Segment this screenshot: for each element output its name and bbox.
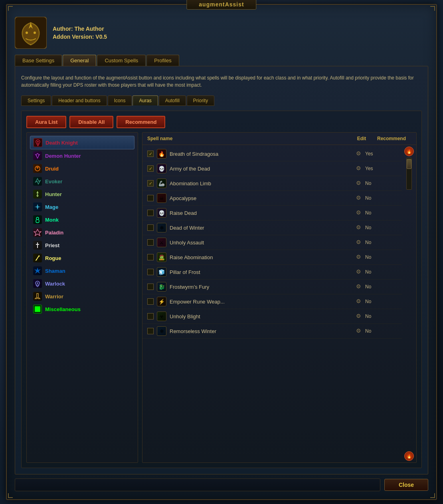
- gear-icon-abomination-limb[interactable]: ⚙: [355, 180, 362, 187]
- spell-checkbox-breath[interactable]: [147, 151, 154, 157]
- spell-icon-unholy-assault: ⚔: [157, 238, 166, 247]
- gear-icon-apocalypse[interactable]: ⚙: [355, 194, 362, 202]
- class-item-demon-hunter[interactable]: Demon Hunter: [30, 149, 134, 162]
- scroll-top-button[interactable]: 🔥: [404, 147, 414, 156]
- spell-name-remorseless-winter: Remorseless Winter: [170, 328, 352, 334]
- spell-checkbox-dead-of-winter[interactable]: [147, 224, 154, 231]
- spell-name-frostwyrms-fury: Frostwyrm's Fury: [170, 284, 352, 290]
- class-item-paladin[interactable]: Paladin: [30, 226, 134, 239]
- gear-icon-frostwyrms-fury[interactable]: ⚙: [355, 283, 362, 290]
- spell-list-header: Spell name Edit Recommend: [142, 133, 416, 145]
- bottom-input[interactable]: [15, 478, 380, 491]
- gear-icon-army[interactable]: ⚙: [355, 165, 362, 172]
- recommend-button[interactable]: Recommend: [117, 116, 165, 128]
- class-item-miscellaneous[interactable]: Miscellaneous: [30, 303, 134, 315]
- two-panel: Death Knight Demon Hunter: [26, 132, 417, 463]
- svg-point-4: [37, 141, 39, 143]
- spell-checkbox-pillar-of-frost[interactable]: [147, 269, 154, 275]
- class-item-shaman[interactable]: Shaman: [30, 264, 134, 277]
- gear-icon-breath[interactable]: ⚙: [355, 150, 362, 157]
- gear-icon-empower-rune[interactable]: ⚙: [355, 298, 362, 305]
- gear-icon-pillar-of-frost[interactable]: ⚙: [355, 268, 362, 276]
- class-list-panel: Death Knight Demon Hunter: [26, 132, 138, 463]
- spell-row: ☠ Apocalypse ⚙ No: [142, 191, 402, 206]
- tab-autofill[interactable]: Autofill: [159, 95, 186, 106]
- paladin-label: Paladin: [45, 230, 63, 236]
- spell-name-raise-dead: Raise Dead: [170, 210, 352, 216]
- spell-checkbox-army[interactable]: [147, 165, 154, 172]
- spell-name-abomination-limb: Abomination Limb: [170, 181, 352, 187]
- spell-checkbox-remorseless-winter[interactable]: [147, 328, 154, 334]
- spell-icon-raise-abomination: 🧟: [157, 252, 166, 262]
- class-item-rogue[interactable]: Rogue: [30, 252, 134, 264]
- tab-auras[interactable]: Auras: [133, 95, 158, 106]
- recommend-val-remorseless-winter: No: [365, 328, 397, 334]
- recommend-val-pillar-of-frost: No: [365, 269, 397, 275]
- tab-header-buttons[interactable]: Header and buttons: [52, 95, 107, 106]
- spell-list-body: 🔥 Breath of Sindragosa ⚙ Yes 💀 Army o: [142, 145, 402, 462]
- tab-priority[interactable]: Priority: [187, 95, 214, 106]
- recommend-val-dead-of-winter: No: [365, 225, 397, 230]
- spell-checkbox-unholy-assault[interactable]: [147, 239, 154, 246]
- aura-list-button[interactable]: Aura List: [26, 116, 66, 128]
- content-area: Configure the layout and function of the…: [15, 66, 428, 474]
- tab-icons[interactable]: Icons: [108, 95, 132, 106]
- spell-icon-pillar-of-frost: 🧊: [157, 267, 166, 277]
- spell-name-army: Army of the Dead: [170, 166, 352, 172]
- class-item-warrior[interactable]: Warrior: [30, 290, 134, 303]
- recommend-val-breath: Yes: [365, 151, 397, 157]
- gear-icon-remorseless-winter[interactable]: ⚙: [355, 327, 362, 335]
- edit-header: Edit: [352, 136, 372, 141]
- spell-checkbox-empower-rune[interactable]: [147, 298, 154, 305]
- tab-base-settings[interactable]: Base Settings: [15, 55, 62, 66]
- spell-row: ⚔ Unholy Assault ⚙ No: [142, 235, 402, 250]
- app-logo: [15, 17, 47, 49]
- gear-icon-raise-dead[interactable]: ⚙: [355, 209, 362, 216]
- recommend-val-apocalypse: No: [365, 195, 397, 201]
- class-item-death-knight[interactable]: Death Knight: [30, 136, 134, 149]
- tab-profiles[interactable]: Profiles: [146, 55, 179, 66]
- header-section: Author: The Author Addon Version: V0.5: [15, 13, 428, 55]
- gear-icon-raise-abomination[interactable]: ⚙: [355, 254, 362, 261]
- scroll-track[interactable]: [406, 158, 412, 190]
- close-button[interactable]: Close: [384, 479, 428, 491]
- class-item-mage[interactable]: Mage: [30, 200, 134, 213]
- mage-label: Mage: [45, 204, 58, 210]
- spell-checkbox-frostwyrms-fury[interactable]: [147, 284, 154, 290]
- druid-label: Druid: [45, 166, 59, 172]
- class-item-hunter[interactable]: Hunter: [30, 188, 134, 200]
- tab-settings[interactable]: Settings: [21, 95, 51, 106]
- scrollbar-area[interactable]: 🔥 🔥: [402, 145, 416, 462]
- class-item-priest[interactable]: Priest: [30, 239, 134, 252]
- priest-icon: [33, 241, 42, 250]
- spell-icon-breath: 🔥: [157, 149, 166, 159]
- monk-label: Monk: [45, 217, 59, 223]
- demon-hunter-label: Demon Hunter: [45, 153, 81, 159]
- spell-row: 🦾 Abomination Limb ⚙ No: [142, 176, 402, 191]
- gear-icon-unholy-blight[interactable]: ⚙: [355, 313, 362, 320]
- scroll-thumb[interactable]: [407, 159, 411, 169]
- rogue-label: Rogue: [45, 255, 61, 261]
- spell-checkbox-raise-abomination[interactable]: [147, 254, 154, 260]
- spell-name-apocalypse: Apocalypse: [170, 195, 352, 201]
- class-item-monk[interactable]: Monk: [30, 213, 134, 226]
- spell-checkbox-raise-dead[interactable]: [147, 210, 154, 216]
- spell-checkbox-apocalypse[interactable]: [147, 195, 154, 201]
- spell-checkbox-unholy-blight[interactable]: [147, 313, 154, 319]
- class-item-warlock[interactable]: Warlock: [30, 277, 134, 290]
- spell-checkbox-abomination-limb[interactable]: [147, 180, 154, 187]
- description-text: Configure the layout and function of the…: [21, 72, 422, 91]
- scroll-bottom-button[interactable]: 🔥: [404, 451, 414, 461]
- spell-row: 💀 Army of the Dead ⚙ Yes: [142, 161, 402, 176]
- gear-icon-unholy-assault[interactable]: ⚙: [355, 239, 362, 246]
- tab-custom-spells[interactable]: Custom Spells: [97, 55, 146, 66]
- disable-all-button[interactable]: Disable All: [69, 116, 113, 128]
- class-item-druid[interactable]: Druid: [30, 162, 134, 175]
- tab-general[interactable]: General: [63, 55, 96, 66]
- priest-label: Priest: [45, 242, 59, 248]
- sub-tabs: Settings Header and buttons Icons Auras …: [21, 95, 422, 106]
- gear-icon-dead-of-winter[interactable]: ⚙: [355, 224, 362, 231]
- spell-row: 💀 Raise Dead ⚙ No: [142, 206, 402, 220]
- recommend-val-unholy-assault: No: [365, 240, 397, 245]
- class-item-evoker[interactable]: Evoker: [30, 175, 134, 188]
